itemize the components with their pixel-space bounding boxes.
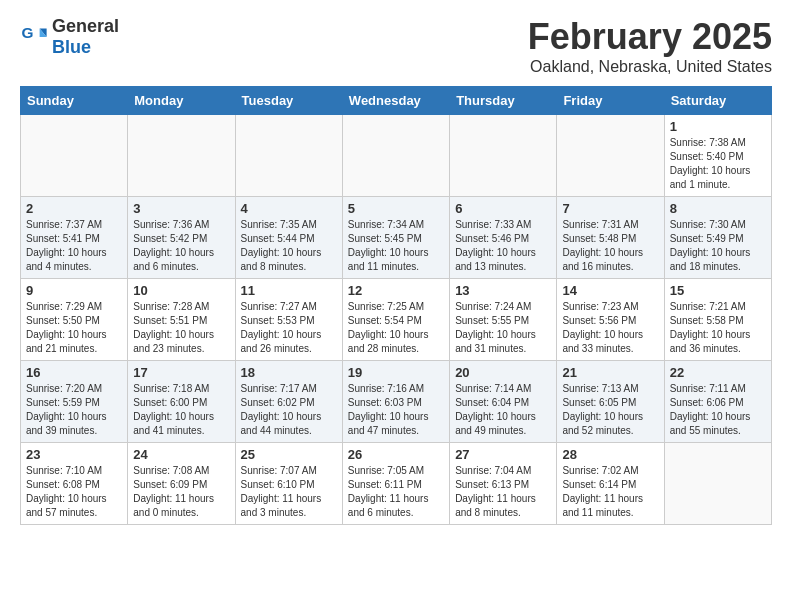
day-number: 6 xyxy=(455,201,551,216)
day-number: 9 xyxy=(26,283,122,298)
calendar-cell: 15Sunrise: 7:21 AM Sunset: 5:58 PM Dayli… xyxy=(664,279,771,361)
day-number: 20 xyxy=(455,365,551,380)
calendar-cell: 11Sunrise: 7:27 AM Sunset: 5:53 PM Dayli… xyxy=(235,279,342,361)
col-saturday: Saturday xyxy=(664,87,771,115)
day-number: 4 xyxy=(241,201,337,216)
calendar-cell: 3Sunrise: 7:36 AM Sunset: 5:42 PM Daylig… xyxy=(128,197,235,279)
day-info: Sunrise: 7:02 AM Sunset: 6:14 PM Dayligh… xyxy=(562,464,658,520)
col-friday: Friday xyxy=(557,87,664,115)
col-wednesday: Wednesday xyxy=(342,87,449,115)
calendar-cell: 25Sunrise: 7:07 AM Sunset: 6:10 PM Dayli… xyxy=(235,443,342,525)
calendar-cell: 4Sunrise: 7:35 AM Sunset: 5:44 PM Daylig… xyxy=(235,197,342,279)
day-info: Sunrise: 7:17 AM Sunset: 6:02 PM Dayligh… xyxy=(241,382,337,438)
calendar-cell: 20Sunrise: 7:14 AM Sunset: 6:04 PM Dayli… xyxy=(450,361,557,443)
day-info: Sunrise: 7:11 AM Sunset: 6:06 PM Dayligh… xyxy=(670,382,766,438)
day-number: 25 xyxy=(241,447,337,462)
calendar-header-row: Sunday Monday Tuesday Wednesday Thursday… xyxy=(21,87,772,115)
calendar-cell: 22Sunrise: 7:11 AM Sunset: 6:06 PM Dayli… xyxy=(664,361,771,443)
day-number: 27 xyxy=(455,447,551,462)
day-info: Sunrise: 7:36 AM Sunset: 5:42 PM Dayligh… xyxy=(133,218,229,274)
day-info: Sunrise: 7:33 AM Sunset: 5:46 PM Dayligh… xyxy=(455,218,551,274)
day-info: Sunrise: 7:35 AM Sunset: 5:44 PM Dayligh… xyxy=(241,218,337,274)
calendar-cell xyxy=(450,115,557,197)
calendar-cell: 2Sunrise: 7:37 AM Sunset: 5:41 PM Daylig… xyxy=(21,197,128,279)
day-info: Sunrise: 7:10 AM Sunset: 6:08 PM Dayligh… xyxy=(26,464,122,520)
col-tuesday: Tuesday xyxy=(235,87,342,115)
calendar-cell: 12Sunrise: 7:25 AM Sunset: 5:54 PM Dayli… xyxy=(342,279,449,361)
calendar-cell: 14Sunrise: 7:23 AM Sunset: 5:56 PM Dayli… xyxy=(557,279,664,361)
day-number: 7 xyxy=(562,201,658,216)
main-title: February 2025 xyxy=(528,16,772,58)
day-info: Sunrise: 7:37 AM Sunset: 5:41 PM Dayligh… xyxy=(26,218,122,274)
calendar-row-4: 16Sunrise: 7:20 AM Sunset: 5:59 PM Dayli… xyxy=(21,361,772,443)
calendar-row-2: 2Sunrise: 7:37 AM Sunset: 5:41 PM Daylig… xyxy=(21,197,772,279)
day-number: 11 xyxy=(241,283,337,298)
day-info: Sunrise: 7:27 AM Sunset: 5:53 PM Dayligh… xyxy=(241,300,337,356)
day-number: 5 xyxy=(348,201,444,216)
day-info: Sunrise: 7:25 AM Sunset: 5:54 PM Dayligh… xyxy=(348,300,444,356)
day-info: Sunrise: 7:31 AM Sunset: 5:48 PM Dayligh… xyxy=(562,218,658,274)
calendar-cell xyxy=(664,443,771,525)
day-info: Sunrise: 7:28 AM Sunset: 5:51 PM Dayligh… xyxy=(133,300,229,356)
calendar-cell: 13Sunrise: 7:24 AM Sunset: 5:55 PM Dayli… xyxy=(450,279,557,361)
day-number: 12 xyxy=(348,283,444,298)
title-block: February 2025 Oakland, Nebraska, United … xyxy=(528,16,772,76)
calendar-cell: 19Sunrise: 7:16 AM Sunset: 6:03 PM Dayli… xyxy=(342,361,449,443)
day-number: 19 xyxy=(348,365,444,380)
day-number: 8 xyxy=(670,201,766,216)
calendar-cell: 21Sunrise: 7:13 AM Sunset: 6:05 PM Dayli… xyxy=(557,361,664,443)
logo-blue: Blue xyxy=(52,37,91,57)
day-number: 22 xyxy=(670,365,766,380)
col-monday: Monday xyxy=(128,87,235,115)
day-info: Sunrise: 7:13 AM Sunset: 6:05 PM Dayligh… xyxy=(562,382,658,438)
day-info: Sunrise: 7:29 AM Sunset: 5:50 PM Dayligh… xyxy=(26,300,122,356)
day-number: 24 xyxy=(133,447,229,462)
calendar-cell: 5Sunrise: 7:34 AM Sunset: 5:45 PM Daylig… xyxy=(342,197,449,279)
calendar-cell: 23Sunrise: 7:10 AM Sunset: 6:08 PM Dayli… xyxy=(21,443,128,525)
calendar-cell xyxy=(557,115,664,197)
calendar-cell: 17Sunrise: 7:18 AM Sunset: 6:00 PM Dayli… xyxy=(128,361,235,443)
calendar-cell xyxy=(235,115,342,197)
day-number: 16 xyxy=(26,365,122,380)
day-number: 23 xyxy=(26,447,122,462)
day-info: Sunrise: 7:30 AM Sunset: 5:49 PM Dayligh… xyxy=(670,218,766,274)
day-number: 3 xyxy=(133,201,229,216)
calendar-row-3: 9Sunrise: 7:29 AM Sunset: 5:50 PM Daylig… xyxy=(21,279,772,361)
day-number: 28 xyxy=(562,447,658,462)
calendar-cell: 24Sunrise: 7:08 AM Sunset: 6:09 PM Dayli… xyxy=(128,443,235,525)
calendar-cell: 6Sunrise: 7:33 AM Sunset: 5:46 PM Daylig… xyxy=(450,197,557,279)
day-number: 26 xyxy=(348,447,444,462)
day-info: Sunrise: 7:24 AM Sunset: 5:55 PM Dayligh… xyxy=(455,300,551,356)
day-number: 18 xyxy=(241,365,337,380)
day-info: Sunrise: 7:16 AM Sunset: 6:03 PM Dayligh… xyxy=(348,382,444,438)
calendar-cell: 27Sunrise: 7:04 AM Sunset: 6:13 PM Dayli… xyxy=(450,443,557,525)
calendar-cell: 18Sunrise: 7:17 AM Sunset: 6:02 PM Dayli… xyxy=(235,361,342,443)
day-number: 15 xyxy=(670,283,766,298)
day-number: 10 xyxy=(133,283,229,298)
page: G General Blue February 2025 Oakland, Ne… xyxy=(0,0,792,612)
calendar-cell xyxy=(21,115,128,197)
day-number: 17 xyxy=(133,365,229,380)
day-info: Sunrise: 7:23 AM Sunset: 5:56 PM Dayligh… xyxy=(562,300,658,356)
calendar-table: Sunday Monday Tuesday Wednesday Thursday… xyxy=(20,86,772,525)
calendar-cell: 9Sunrise: 7:29 AM Sunset: 5:50 PM Daylig… xyxy=(21,279,128,361)
header: G General Blue February 2025 Oakland, Ne… xyxy=(20,16,772,76)
logo-general: General xyxy=(52,16,119,36)
calendar-cell xyxy=(342,115,449,197)
day-info: Sunrise: 7:34 AM Sunset: 5:45 PM Dayligh… xyxy=(348,218,444,274)
logo-icon: G xyxy=(20,23,48,51)
day-number: 21 xyxy=(562,365,658,380)
col-sunday: Sunday xyxy=(21,87,128,115)
day-number: 13 xyxy=(455,283,551,298)
day-info: Sunrise: 7:20 AM Sunset: 5:59 PM Dayligh… xyxy=(26,382,122,438)
svg-text:G: G xyxy=(21,24,33,41)
logo: G General Blue xyxy=(20,16,119,58)
day-info: Sunrise: 7:04 AM Sunset: 6:13 PM Dayligh… xyxy=(455,464,551,520)
day-info: Sunrise: 7:38 AM Sunset: 5:40 PM Dayligh… xyxy=(670,136,766,192)
calendar-cell xyxy=(128,115,235,197)
day-info: Sunrise: 7:05 AM Sunset: 6:11 PM Dayligh… xyxy=(348,464,444,520)
day-number: 1 xyxy=(670,119,766,134)
day-info: Sunrise: 7:18 AM Sunset: 6:00 PM Dayligh… xyxy=(133,382,229,438)
calendar-row-5: 23Sunrise: 7:10 AM Sunset: 6:08 PM Dayli… xyxy=(21,443,772,525)
day-info: Sunrise: 7:08 AM Sunset: 6:09 PM Dayligh… xyxy=(133,464,229,520)
